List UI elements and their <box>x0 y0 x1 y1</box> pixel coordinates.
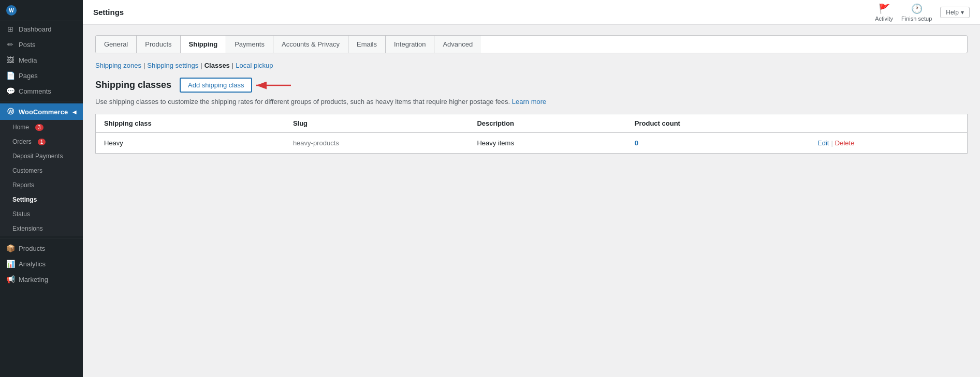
subnav-sep-2: | <box>200 62 202 69</box>
shipping-subnav: Shipping zones | Shipping settings | Cla… <box>95 62 968 69</box>
row-action-links: Edit | Delete <box>817 139 959 147</box>
home-label: Home <box>12 124 29 131</box>
tab-emails[interactable]: Emails <box>348 36 386 53</box>
cell-product-count: 0 <box>626 133 809 154</box>
sidebar-item-label: Dashboard <box>19 25 52 33</box>
home-badge: 3 <box>35 124 43 131</box>
activity-button[interactable]: 🚩 Activity <box>875 3 893 22</box>
tab-general[interactable]: General <box>96 36 137 53</box>
media-icon: 🖼 <box>6 56 14 64</box>
cell-name: Heavy <box>96 133 285 154</box>
deposit-label: Deposit Payments <box>12 153 63 160</box>
shipping-classes-description: Use shipping classes to customize the sh… <box>95 98 968 105</box>
subnav-classes-current: Classes <box>204 62 230 69</box>
add-button-wrapper: Add shipping class <box>180 78 252 93</box>
tab-integration[interactable]: Integration <box>386 36 434 53</box>
help-label: Help <box>946 9 959 16</box>
pages-icon: 📄 <box>6 71 14 80</box>
table-body: Heavy heavy-products Heavy items 0 Edit … <box>96 133 968 154</box>
sidebar-item-label: Analytics <box>19 260 46 268</box>
sidebar-item-posts[interactable]: ✏ Posts <box>0 37 83 52</box>
table-row: Heavy heavy-products Heavy items 0 Edit … <box>96 133 968 154</box>
col-description: Description <box>469 114 626 133</box>
tab-shipping[interactable]: Shipping <box>181 36 227 53</box>
reports-label: Reports <box>12 182 34 189</box>
sidebar-item-label: WooCommerce <box>19 108 68 116</box>
woocommerce-icon: Ⓦ <box>6 107 14 116</box>
sidebar-item-label: Pages <box>19 72 38 80</box>
sidebar-item-deposit-payments[interactable]: Deposit Payments <box>0 149 83 163</box>
finish-setup-icon: 🕐 <box>911 3 923 14</box>
sidebar-item-marketing[interactable]: 📢 Marketing <box>0 272 83 287</box>
sidebar-logo: W <box>0 0 83 21</box>
wp-logo-icon: W <box>6 5 17 16</box>
action-separator: | <box>831 139 832 147</box>
woocommerce-submenu: Home 3 Orders 1 Deposit Payments Custome… <box>0 120 83 236</box>
subnav-shipping-settings[interactable]: Shipping settings <box>147 62 198 69</box>
cell-slug: heavy-products <box>285 133 469 154</box>
sidebar-item-extensions[interactable]: Extensions <box>0 221 83 236</box>
learn-more-link[interactable]: Learn more <box>512 98 546 105</box>
col-slug: Slug <box>285 114 469 133</box>
sidebar-item-products[interactable]: 📦 Products <box>0 240 83 256</box>
sidebar-item-label: Comments <box>19 87 51 95</box>
add-shipping-class-button[interactable]: Add shipping class <box>180 78 252 93</box>
sidebar-item-label: Media <box>19 56 37 64</box>
sidebar-item-reports[interactable]: Reports <box>0 178 83 192</box>
edit-link[interactable]: Edit <box>817 139 829 147</box>
sidebar-item-woocommerce[interactable]: Ⓦ WooCommerce ◀ <box>0 103 83 120</box>
sidebar-item-label: Marketing <box>19 276 48 283</box>
orders-label: Orders <box>12 138 32 145</box>
dashboard-icon: ⊞ <box>6 25 14 33</box>
tab-advanced[interactable]: Advanced <box>434 36 481 53</box>
sidebar-item-home[interactable]: Home 3 <box>0 120 83 134</box>
tab-accounts-privacy[interactable]: Accounts & Privacy <box>273 36 348 53</box>
cell-description: Heavy items <box>469 133 626 154</box>
activity-label: Activity <box>875 16 893 22</box>
sidebar-item-orders[interactable]: Orders 1 <box>0 134 83 149</box>
customers-label: Customers <box>12 167 42 174</box>
settings-content: General Products Shipping Payments Accou… <box>83 25 980 377</box>
comments-icon: 💬 <box>6 87 14 95</box>
tab-products[interactable]: Products <box>137 36 180 53</box>
subnav-sep-3: | <box>232 62 233 69</box>
table-header: Shipping class Slug Description Product … <box>96 114 968 133</box>
sidebar-item-pages[interactable]: 📄 Pages <box>0 68 83 83</box>
sidebar-item-label: Posts <box>19 41 36 49</box>
sidebar-item-customers[interactable]: Customers <box>0 163 83 178</box>
sidebar-item-analytics[interactable]: 📊 Analytics <box>0 256 83 272</box>
subnav-sep-1: | <box>143 62 145 69</box>
sidebar-item-media[interactable]: 🖼 Media <box>0 52 83 68</box>
finish-setup-button[interactable]: 🕐 Finish setup <box>901 3 932 22</box>
shipping-classes-table: Shipping class Slug Description Product … <box>95 114 968 154</box>
settings-tabs: General Products Shipping Payments Accou… <box>95 35 968 53</box>
products-icon: 📦 <box>6 244 14 252</box>
subnav-shipping-zones[interactable]: Shipping zones <box>95 62 141 69</box>
tab-payments[interactable]: Payments <box>226 36 273 53</box>
sidebar-item-settings[interactable]: Settings <box>0 192 83 207</box>
extensions-label: Extensions <box>12 225 43 232</box>
col-product-count: Product count <box>626 114 809 133</box>
page-title: Settings <box>93 8 124 17</box>
sidebar-item-label: Products <box>19 245 45 252</box>
subnav-local-pickup[interactable]: Local pickup <box>236 62 273 69</box>
sidebar-item-dashboard[interactable]: ⊞ Dashboard <box>0 21 83 37</box>
settings-label: Settings <box>12 196 37 203</box>
help-button[interactable]: Help ▾ <box>940 7 970 18</box>
col-shipping-class: Shipping class <box>96 114 285 133</box>
delete-link[interactable]: Delete <box>835 139 855 147</box>
col-actions <box>809 114 967 133</box>
orders-badge: 1 <box>38 139 46 145</box>
shipping-classes-title: Shipping classes <box>95 80 171 91</box>
analytics-icon: 📊 <box>6 260 14 268</box>
sidebar: W ⊞ Dashboard ✏ Posts 🖼 Media 📄 Pages 💬 … <box>0 0 83 377</box>
main-content: Settings 🚩 Activity 🕐 Finish setup Help … <box>83 0 980 377</box>
activity-icon: 🚩 <box>879 3 890 14</box>
sidebar-item-status[interactable]: Status <box>0 207 83 221</box>
posts-icon: ✏ <box>6 40 14 49</box>
marketing-icon: 📢 <box>6 275 14 283</box>
help-chevron-icon: ▾ <box>961 9 964 16</box>
annotation-arrow <box>252 78 294 93</box>
sidebar-item-comments[interactable]: 💬 Comments <box>0 83 83 99</box>
shipping-classes-header: Shipping classes Add shipping class <box>95 78 968 93</box>
